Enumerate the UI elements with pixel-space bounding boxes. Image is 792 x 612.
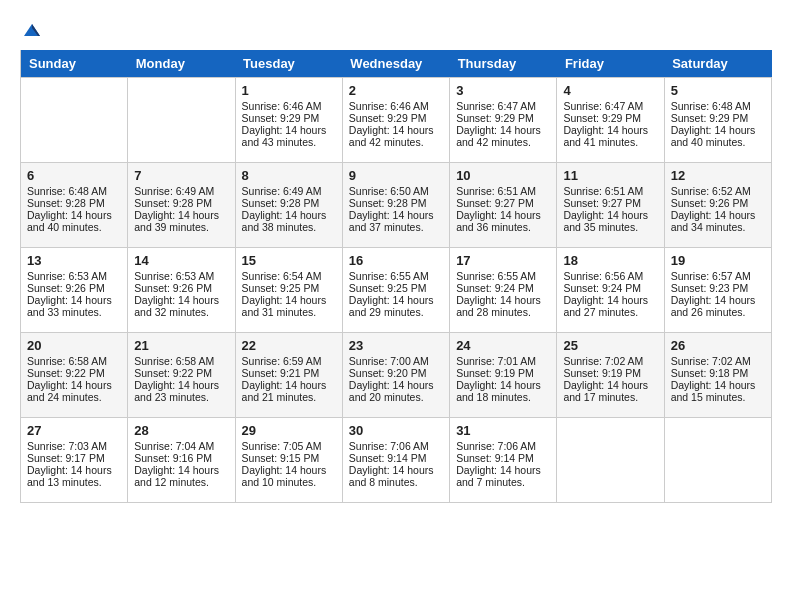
day-number: 28 — [134, 423, 228, 438]
sunset-text: Sunset: 9:18 PM — [671, 367, 765, 379]
calendar-cell: 29Sunrise: 7:05 AMSunset: 9:15 PMDayligh… — [235, 418, 342, 503]
sunrise-text: Sunrise: 6:54 AM — [242, 270, 336, 282]
day-number: 30 — [349, 423, 443, 438]
calendar-cell: 31Sunrise: 7:06 AMSunset: 9:14 PMDayligh… — [450, 418, 557, 503]
sunset-text: Sunset: 9:28 PM — [27, 197, 121, 209]
header-row: SundayMondayTuesdayWednesdayThursdayFrid… — [21, 50, 772, 78]
sunset-text: Sunset: 9:28 PM — [349, 197, 443, 209]
daylight-text: Daylight: 14 hours and 23 minutes. — [134, 379, 228, 403]
calendar-cell — [21, 78, 128, 163]
sunset-text: Sunset: 9:14 PM — [456, 452, 550, 464]
calendar-cell: 6Sunrise: 6:48 AMSunset: 9:28 PMDaylight… — [21, 163, 128, 248]
daylight-text: Daylight: 14 hours and 43 minutes. — [242, 124, 336, 148]
sunset-text: Sunset: 9:26 PM — [27, 282, 121, 294]
daylight-text: Daylight: 14 hours and 28 minutes. — [456, 294, 550, 318]
daylight-text: Daylight: 14 hours and 32 minutes. — [134, 294, 228, 318]
sunrise-text: Sunrise: 7:03 AM — [27, 440, 121, 452]
calendar-cell: 7Sunrise: 6:49 AMSunset: 9:28 PMDaylight… — [128, 163, 235, 248]
daylight-text: Daylight: 14 hours and 40 minutes. — [671, 124, 765, 148]
sunrise-text: Sunrise: 7:00 AM — [349, 355, 443, 367]
sunset-text: Sunset: 9:29 PM — [563, 112, 657, 124]
sunset-text: Sunset: 9:15 PM — [242, 452, 336, 464]
daylight-text: Daylight: 14 hours and 10 minutes. — [242, 464, 336, 488]
day-number: 19 — [671, 253, 765, 268]
calendar-cell: 5Sunrise: 6:48 AMSunset: 9:29 PMDaylight… — [664, 78, 771, 163]
calendar-cell: 21Sunrise: 6:58 AMSunset: 9:22 PMDayligh… — [128, 333, 235, 418]
day-number: 1 — [242, 83, 336, 98]
sunset-text: Sunset: 9:28 PM — [134, 197, 228, 209]
daylight-text: Daylight: 14 hours and 34 minutes. — [671, 209, 765, 233]
day-number: 10 — [456, 168, 550, 183]
sunset-text: Sunset: 9:27 PM — [563, 197, 657, 209]
daylight-text: Daylight: 14 hours and 29 minutes. — [349, 294, 443, 318]
sunrise-text: Sunrise: 6:59 AM — [242, 355, 336, 367]
column-header-tuesday: Tuesday — [235, 50, 342, 78]
page-header — [20, 20, 772, 40]
sunrise-text: Sunrise: 6:46 AM — [349, 100, 443, 112]
calendar-cell — [664, 418, 771, 503]
logo — [20, 20, 42, 40]
sunrise-text: Sunrise: 6:50 AM — [349, 185, 443, 197]
sunrise-text: Sunrise: 6:49 AM — [134, 185, 228, 197]
sunrise-text: Sunrise: 6:49 AM — [242, 185, 336, 197]
calendar-cell: 3Sunrise: 6:47 AMSunset: 9:29 PMDaylight… — [450, 78, 557, 163]
day-number: 17 — [456, 253, 550, 268]
daylight-text: Daylight: 14 hours and 13 minutes. — [27, 464, 121, 488]
daylight-text: Daylight: 14 hours and 40 minutes. — [27, 209, 121, 233]
day-number: 23 — [349, 338, 443, 353]
day-number: 5 — [671, 83, 765, 98]
week-row-1: 1Sunrise: 6:46 AMSunset: 9:29 PMDaylight… — [21, 78, 772, 163]
column-header-wednesday: Wednesday — [342, 50, 449, 78]
column-header-monday: Monday — [128, 50, 235, 78]
sunset-text: Sunset: 9:19 PM — [456, 367, 550, 379]
sunset-text: Sunset: 9:20 PM — [349, 367, 443, 379]
calendar-cell: 19Sunrise: 6:57 AMSunset: 9:23 PMDayligh… — [664, 248, 771, 333]
sunrise-text: Sunrise: 7:04 AM — [134, 440, 228, 452]
sunrise-text: Sunrise: 7:06 AM — [349, 440, 443, 452]
column-header-friday: Friday — [557, 50, 664, 78]
sunrise-text: Sunrise: 6:47 AM — [456, 100, 550, 112]
sunset-text: Sunset: 9:23 PM — [671, 282, 765, 294]
sunset-text: Sunset: 9:29 PM — [242, 112, 336, 124]
day-number: 9 — [349, 168, 443, 183]
daylight-text: Daylight: 14 hours and 35 minutes. — [563, 209, 657, 233]
day-number: 21 — [134, 338, 228, 353]
calendar-cell: 12Sunrise: 6:52 AMSunset: 9:26 PMDayligh… — [664, 163, 771, 248]
week-row-5: 27Sunrise: 7:03 AMSunset: 9:17 PMDayligh… — [21, 418, 772, 503]
sunset-text: Sunset: 9:14 PM — [349, 452, 443, 464]
daylight-text: Daylight: 14 hours and 27 minutes. — [563, 294, 657, 318]
daylight-text: Daylight: 14 hours and 20 minutes. — [349, 379, 443, 403]
daylight-text: Daylight: 14 hours and 33 minutes. — [27, 294, 121, 318]
sunset-text: Sunset: 9:29 PM — [349, 112, 443, 124]
day-number: 8 — [242, 168, 336, 183]
sunset-text: Sunset: 9:25 PM — [349, 282, 443, 294]
day-number: 20 — [27, 338, 121, 353]
day-number: 31 — [456, 423, 550, 438]
sunrise-text: Sunrise: 6:57 AM — [671, 270, 765, 282]
day-number: 14 — [134, 253, 228, 268]
sunset-text: Sunset: 9:24 PM — [456, 282, 550, 294]
daylight-text: Daylight: 14 hours and 24 minutes. — [27, 379, 121, 403]
calendar-cell: 16Sunrise: 6:55 AMSunset: 9:25 PMDayligh… — [342, 248, 449, 333]
sunrise-text: Sunrise: 6:48 AM — [27, 185, 121, 197]
sunrise-text: Sunrise: 6:55 AM — [456, 270, 550, 282]
calendar-cell — [128, 78, 235, 163]
sunset-text: Sunset: 9:22 PM — [27, 367, 121, 379]
calendar-cell: 23Sunrise: 7:00 AMSunset: 9:20 PMDayligh… — [342, 333, 449, 418]
column-header-saturday: Saturday — [664, 50, 771, 78]
calendar-cell: 9Sunrise: 6:50 AMSunset: 9:28 PMDaylight… — [342, 163, 449, 248]
calendar-cell — [557, 418, 664, 503]
sunset-text: Sunset: 9:28 PM — [242, 197, 336, 209]
day-number: 15 — [242, 253, 336, 268]
daylight-text: Daylight: 14 hours and 26 minutes. — [671, 294, 765, 318]
daylight-text: Daylight: 14 hours and 18 minutes. — [456, 379, 550, 403]
daylight-text: Daylight: 14 hours and 36 minutes. — [456, 209, 550, 233]
daylight-text: Daylight: 14 hours and 41 minutes. — [563, 124, 657, 148]
sunset-text: Sunset: 9:26 PM — [671, 197, 765, 209]
daylight-text: Daylight: 14 hours and 38 minutes. — [242, 209, 336, 233]
day-number: 13 — [27, 253, 121, 268]
day-number: 22 — [242, 338, 336, 353]
sunset-text: Sunset: 9:26 PM — [134, 282, 228, 294]
calendar-cell: 20Sunrise: 6:58 AMSunset: 9:22 PMDayligh… — [21, 333, 128, 418]
daylight-text: Daylight: 14 hours and 42 minutes. — [456, 124, 550, 148]
